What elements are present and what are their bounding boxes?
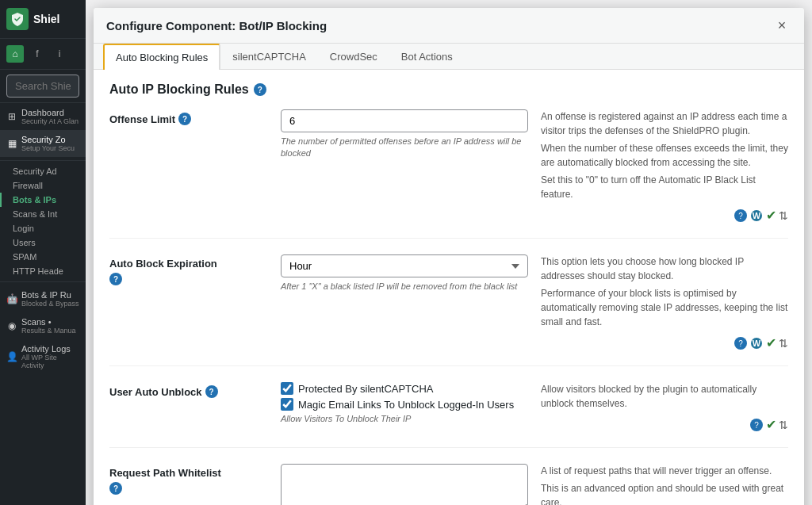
magic-email-checkbox[interactable] xyxy=(281,398,293,411)
offense-limit-actions: ? W ✔ ⇅ xyxy=(541,206,788,225)
section-help-icon[interactable]: ? xyxy=(254,83,266,96)
user-unblock-hint: Allow Visitors To Unblock Their IP xyxy=(281,414,528,423)
user-auto-unblock-label: User Auto Unblock ? xyxy=(109,382,268,398)
sidebar-sub-users[interactable]: Users xyxy=(0,235,86,250)
offense-limit-desc-help[interactable]: ? xyxy=(734,209,747,222)
request-path-whitelist-row: Request Path Whitelist ? Request Path Wh… xyxy=(109,464,788,505)
modal-body: Auto IP Blocking Rules ? Offense Limit ?… xyxy=(94,70,804,505)
activity-sub: All WP Site Activity xyxy=(21,354,79,369)
bots-ip-label: Bots & IP Ru xyxy=(21,290,79,300)
sidebar-logo-text: Shiel xyxy=(33,13,59,25)
sidebar-item-scans[interactable]: ◉ Scans • Results & Manua xyxy=(0,312,86,339)
tab-bar: Auto Blocking Rules silentCAPTCHA CrowdS… xyxy=(94,44,804,70)
modal-header: Configure Component: Bot/IP Blocking × xyxy=(94,8,804,44)
modal: Configure Component: Bot/IP Blocking × A… xyxy=(94,8,804,505)
auto-block-help-icon[interactable]: ? xyxy=(109,273,122,285)
magic-email-label[interactable]: Magic Email Links To Unblock Logged-In U… xyxy=(298,399,514,411)
offense-limit-control: The number of permitted offenses before … xyxy=(281,109,528,160)
close-button[interactable]: × xyxy=(772,16,791,35)
auto-block-expiration-row: Auto Block Expiration ? Hour Day Week Mo… xyxy=(109,254,788,366)
silentcaptcha-label[interactable]: Protected By silentCAPTCHA xyxy=(298,383,434,395)
sidebar-item-dashboard[interactable]: ⊞ Dashboard Security At A Glan xyxy=(0,103,86,130)
security-zone-sub: Setup Your Secu xyxy=(21,144,75,152)
modal-overlay: Configure Component: Bot/IP Blocking × A… xyxy=(86,0,812,505)
info-icon[interactable]: i xyxy=(51,45,68,63)
dashboard-sub: Security At A Glan xyxy=(21,117,79,125)
scans-icon: ◉ xyxy=(6,320,17,331)
dashboard-label: Dashboard xyxy=(21,108,79,117)
user-unblock-actions: ? ✔ ⇅ xyxy=(541,415,788,434)
offense-limit-label: Offense Limit ? xyxy=(109,109,268,125)
svg-text:W: W xyxy=(753,339,761,348)
offense-limit-row: Offense Limit ? The number of permitted … xyxy=(109,109,788,239)
sidebar-sub-security-admin[interactable]: Security Ad xyxy=(0,164,86,178)
security-zone-icon: ▦ xyxy=(6,138,17,149)
facebook-icon[interactable]: f xyxy=(29,45,46,63)
user-unblock-desc-help[interactable]: ? xyxy=(750,419,763,431)
search-input[interactable] xyxy=(6,75,79,98)
check-icon-autoblock[interactable]: ✔ xyxy=(766,334,776,353)
search-container xyxy=(0,70,86,103)
modal-title: Configure Component: Bot/IP Blocking xyxy=(106,19,327,33)
security-zone-label: Security Zo xyxy=(21,135,75,144)
activity-label: Activity Logs xyxy=(21,344,79,354)
auto-block-hint: After 1 "X" a black listed IP will be re… xyxy=(281,281,528,293)
offense-limit-input[interactable] xyxy=(281,109,528,132)
check-icon-unblock[interactable]: ✔ xyxy=(766,415,776,434)
request-path-whitelist-label: Request Path Whitelist ? xyxy=(109,464,268,495)
offense-limit-hint: The number of permitted offenses before … xyxy=(281,136,528,160)
check-icon-offense[interactable]: ✔ xyxy=(766,206,776,225)
tab-bot-actions[interactable]: Bot Actions xyxy=(389,44,465,70)
request-path-help-icon[interactable]: ? xyxy=(109,482,122,495)
sidebar: Shiel ⌂ f i ⊞ Dashboard Security At A Gl… xyxy=(0,0,86,505)
sidebar-sub-bots-ips[interactable]: Bots & IPs xyxy=(0,193,86,207)
svg-text:W: W xyxy=(753,211,761,220)
auto-block-expiration-select[interactable]: Hour Day Week Month Never xyxy=(281,254,528,277)
user-auto-unblock-desc: Allow visitors blocked by the plugin to … xyxy=(541,382,788,434)
activity-icon: 👤 xyxy=(6,351,17,362)
sidebar-icon-row: ⌂ f i xyxy=(0,39,86,70)
request-path-whitelist-control: Request Path Whitelist xyxy=(281,464,528,505)
user-auto-unblock-control: Protected By silentCAPTCHA Magic Email L… xyxy=(281,382,528,423)
sidebar-sub-http-headers[interactable]: HTTP Heade xyxy=(0,264,86,278)
request-path-whitelist-desc: A list of request paths that will never … xyxy=(541,464,788,505)
section-title: Auto IP Blocking Rules ? xyxy=(109,82,788,97)
auto-block-actions: ? W ✔ ⇅ xyxy=(541,334,788,353)
sidebar-logo: Shiel xyxy=(0,0,86,39)
wp-icon-offense: W xyxy=(750,209,763,222)
dashboard-icon: ⊞ xyxy=(6,111,17,122)
sidebar-sub-login[interactable]: Login xyxy=(0,221,86,235)
offense-limit-desc: An offense is registered against an IP a… xyxy=(541,109,788,225)
sidebar-item-security-zone[interactable]: ▦ Security Zo Setup Your Secu xyxy=(0,130,86,157)
scans-sub: Results & Manua xyxy=(21,327,76,335)
bots-icon: 🤖 xyxy=(6,293,17,304)
sidebar-sub-scans[interactable]: Scans & Int xyxy=(0,207,86,221)
bots-ip-sub: Blocked & Bypass xyxy=(21,300,79,308)
auto-block-expiration-control: Hour Day Week Month Never After 1 "X" a … xyxy=(281,254,528,293)
sidebar-item-activity-logs[interactable]: 👤 Activity Logs All WP Site Activity xyxy=(0,339,86,374)
tab-crowdsec[interactable]: CrowdSec xyxy=(318,44,389,70)
sidebar-sub-spam[interactable]: SPAM xyxy=(0,250,86,264)
sort-icon-autoblock[interactable]: ⇅ xyxy=(779,335,788,352)
shield-icon xyxy=(6,8,29,30)
magic-email-checkbox-row: Magic Email Links To Unblock Logged-In U… xyxy=(281,398,528,411)
user-unblock-help-icon[interactable]: ? xyxy=(205,385,218,398)
silentcaptcha-checkbox-row: Protected By silentCAPTCHA xyxy=(281,382,528,395)
sidebar-sub-firewall[interactable]: Firewall xyxy=(0,178,86,193)
sort-icon-offense[interactable]: ⇅ xyxy=(779,208,788,224)
offense-limit-help-icon[interactable]: ? xyxy=(178,113,191,125)
home-icon[interactable]: ⌂ xyxy=(6,45,24,63)
tab-silentcaptcha[interactable]: silentCAPTCHA xyxy=(220,44,317,70)
sort-icon-unblock[interactable]: ⇅ xyxy=(779,417,788,434)
main-content: Configure Component: Bot/IP Blocking × A… xyxy=(86,0,812,505)
silentcaptcha-checkbox[interactable] xyxy=(281,382,293,395)
request-path-whitelist-textarea[interactable] xyxy=(281,464,528,505)
wp-icon-autoblock: W xyxy=(750,337,763,350)
tab-auto-blocking[interactable]: Auto Blocking Rules xyxy=(103,44,220,70)
auto-block-expiration-label: Auto Block Expiration ? xyxy=(109,254,268,285)
auto-block-desc-help[interactable]: ? xyxy=(734,337,747,350)
auto-block-expiration-desc: This option lets you choose how long blo… xyxy=(541,254,788,353)
user-auto-unblock-row: User Auto Unblock ? Protected By silentC… xyxy=(109,382,788,448)
scans-label: Scans • xyxy=(21,317,76,327)
sidebar-item-bots-ip-rules[interactable]: 🤖 Bots & IP Ru Blocked & Bypass xyxy=(0,285,86,312)
